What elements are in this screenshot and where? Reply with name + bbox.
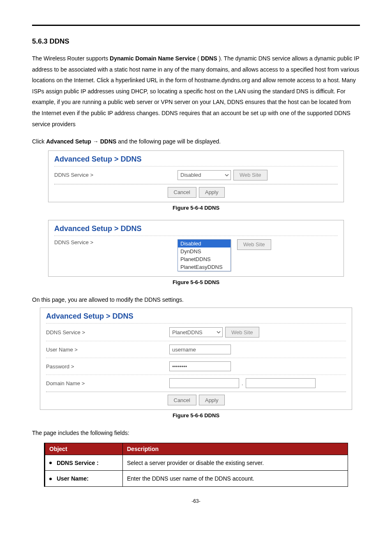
figure-566-caption: Figure 5-6-6 DDNS: [32, 412, 360, 419]
dropdown-option-disabled[interactable]: Disabled: [178, 240, 231, 247]
fig566-service-controls: PlanetDDNS Web Site: [169, 327, 346, 338]
fig565-row: DDNS Service > Disabled DynDNS PlanetDDN…: [54, 236, 338, 275]
figure-566-frame: Advanced Setup > DDNS DDNS Service > Pla…: [40, 308, 352, 410]
nav-line: Click Advanced Setup → DDNS and the foll…: [32, 136, 360, 147]
fig564-button-row: Cancel Apply: [54, 184, 338, 198]
fig566-button-row: Cancel Apply: [46, 392, 346, 405]
nav-c: DDNS: [100, 138, 117, 145]
domain-separator: .: [242, 380, 243, 386]
cancel-button[interactable]: Cancel: [168, 395, 196, 405]
dropdown-option-planetddns[interactable]: PlanetDDNS: [178, 255, 231, 263]
figure-565-caption: Figure 5-6-5 DDNS: [32, 279, 360, 285]
intro-paragraph: The Wireless Router supports Dynamic Dom…: [32, 53, 360, 130]
nav-arrow: →: [93, 138, 100, 145]
apply-button[interactable]: Apply: [199, 187, 225, 198]
fig564-label: DDNS Service >: [54, 172, 178, 178]
object-cell: User Name:: [45, 471, 123, 486]
description-cell: Enter the DDNS user name of the DDNS acc…: [123, 471, 348, 486]
fig566-row-password: Password > ••••••••: [46, 358, 346, 375]
fig565-controls: Disabled DynDNS PlanetDDNS PlanetEasyDDN…: [178, 239, 338, 271]
nav-a: Click: [32, 138, 46, 145]
website-button[interactable]: Web Site: [237, 239, 271, 250]
fig566-domain-controls: .: [169, 378, 346, 388]
fig566-pass-label: Password >: [46, 363, 169, 370]
object-text: User Name:: [57, 476, 89, 482]
fig564-controls: Disabled Web Site: [178, 170, 338, 180]
ddns-service-dropdown[interactable]: Disabled DynDNS PlanetDDNS PlanetEasyDDN…: [178, 239, 231, 271]
top-rule: [32, 25, 360, 26]
fields-table: Object Description DDNS Service : Select…: [44, 443, 348, 487]
username-input[interactable]: username: [169, 345, 231, 354]
header-description: Description: [123, 443, 348, 455]
figure-564-caption: Figure 5-6-4 DDNS: [32, 205, 360, 211]
intro-text-d: DDNS: [201, 55, 217, 62]
figure-564-frame: Advanced Setup > DDNS DDNS Service > Dis…: [48, 150, 344, 202]
chevron-down-icon: [225, 173, 229, 177]
figure-566-title: Advanced Setup > DDNS: [46, 311, 346, 324]
section-heading: 5.6.3 DDNS: [32, 37, 360, 46]
modify-line: On this page, you are allowed to modify …: [32, 294, 360, 305]
ddns-service-select[interactable]: Disabled: [178, 170, 231, 180]
table-row: DDNS Service : Select a server provider …: [45, 455, 348, 470]
object-text: DDNS Service :: [57, 460, 99, 466]
dropdown-option-planeteasyddns[interactable]: PlanetEasyDDNS: [178, 263, 231, 271]
fig565-label: DDNS Service >: [54, 239, 178, 245]
nav-d: and the following page will be displayed…: [118, 138, 221, 145]
figure-565-frame: Advanced Setup > DDNS DDNS Service > Dis…: [48, 220, 344, 277]
intro-text-c: (: [197, 55, 199, 62]
fig566-user-controls: username: [169, 345, 346, 354]
fig566-row-domain: Domain Name > .: [46, 375, 346, 392]
dropdown-option-dyndns[interactable]: DynDNS: [178, 247, 231, 255]
object-cell: DDNS Service :: [45, 455, 123, 470]
ddns-service-select[interactable]: PlanetDDNS: [169, 327, 223, 337]
header-object: Object: [45, 443, 123, 455]
ddns-service-value: PlanetDDNS: [172, 329, 203, 335]
fig566-service-label: DDNS Service >: [46, 329, 169, 335]
intro-text-a: The Wireless Router supports: [32, 55, 110, 62]
website-button[interactable]: Web Site: [225, 327, 259, 338]
fig566-domain-label: Domain Name >: [46, 380, 169, 386]
description-cell: Select a server provider or disable the …: [123, 455, 348, 470]
apply-button[interactable]: Apply: [199, 395, 225, 405]
figure-564-title: Advanced Setup > DDNS: [54, 154, 338, 166]
fig564-row: DDNS Service > Disabled Web Site: [54, 166, 338, 184]
password-input[interactable]: ••••••••: [169, 361, 231, 371]
figure-565-title: Advanced Setup > DDNS: [54, 224, 338, 236]
bullet-icon: [49, 478, 52, 480]
fig566-row-username: User Name > username: [46, 341, 346, 358]
fields-intro: The page includes the following fields:: [32, 428, 360, 439]
bullet-icon: [49, 462, 52, 464]
intro-text-b: Dynamic Domain Name Service: [110, 55, 196, 62]
cancel-button[interactable]: Cancel: [168, 187, 196, 198]
ddns-service-value: Disabled: [180, 172, 201, 178]
page-number: -63-: [32, 498, 360, 504]
fig566-row-service: DDNS Service > PlanetDDNS Web Site: [46, 324, 346, 341]
table-row: User Name: Enter the DDNS user name of t…: [45, 471, 348, 486]
domain-input-2[interactable]: [246, 378, 316, 388]
domain-input-1[interactable]: [169, 378, 239, 388]
chevron-down-icon: [217, 330, 221, 334]
table-header-row: Object Description: [45, 443, 348, 455]
fig566-user-label: User Name >: [46, 347, 169, 353]
intro-text-e: ). The dynamic DNS service allows a dyna…: [32, 55, 359, 127]
nav-b: Advanced Setup: [46, 138, 91, 145]
fig566-pass-controls: ••••••••: [169, 361, 346, 371]
website-button[interactable]: Web Site: [233, 170, 267, 180]
